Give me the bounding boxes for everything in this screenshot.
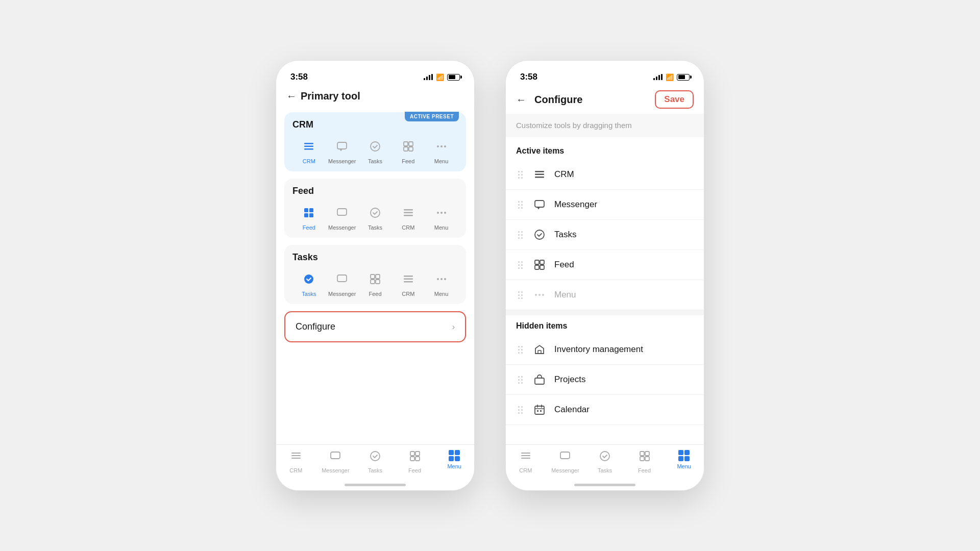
right-signal-icon bbox=[653, 74, 663, 80]
tasks-feed-icon bbox=[366, 270, 384, 288]
svg-rect-60 bbox=[537, 410, 538, 412]
svg-rect-37 bbox=[291, 455, 301, 456]
right-header-left: ← Configure bbox=[516, 94, 582, 106]
svg-rect-59 bbox=[535, 406, 544, 414]
svg-point-11 bbox=[444, 145, 446, 147]
svg-rect-61 bbox=[540, 410, 542, 412]
feed-tool-feed[interactable]: Feed bbox=[295, 204, 323, 231]
list-item-tasks[interactable]: Tasks bbox=[506, 220, 704, 250]
feed-card[interactable]: Feed Feed bbox=[284, 179, 466, 238]
svg-point-21 bbox=[437, 212, 439, 214]
list-projects-icon bbox=[532, 372, 547, 387]
left-tab-messenger[interactable]: Messenger bbox=[316, 450, 356, 473]
svg-point-66 bbox=[600, 452, 609, 461]
left-tab-crm-label: CRM bbox=[289, 467, 302, 473]
save-button[interactable]: Save bbox=[655, 90, 694, 109]
right-battery-icon bbox=[677, 74, 690, 81]
svg-point-55 bbox=[538, 294, 541, 296]
list-tasks-label: Tasks bbox=[554, 230, 694, 240]
svg-point-4 bbox=[371, 142, 380, 151]
right-back-arrow-icon[interactable]: ← bbox=[516, 94, 526, 106]
list-item-inventory[interactable]: Inventory management bbox=[506, 335, 704, 365]
svg-rect-5 bbox=[404, 142, 408, 146]
left-phone: 3:58 📶 ← Primary tool bbox=[276, 60, 475, 491]
svg-point-33 bbox=[437, 278, 439, 280]
right-tab-feed[interactable]: Feed bbox=[625, 450, 665, 473]
tool-feed[interactable]: Feed bbox=[394, 137, 422, 164]
left-tab-messenger-icon bbox=[329, 450, 341, 465]
svg-rect-15 bbox=[309, 213, 313, 217]
svg-rect-30 bbox=[404, 276, 413, 277]
feed-tool-menu[interactable]: Menu bbox=[427, 204, 455, 231]
right-tab-crm[interactable]: CRM bbox=[506, 450, 546, 473]
list-item-projects[interactable]: Projects bbox=[506, 365, 704, 395]
tool-tasks[interactable]: Tasks bbox=[361, 137, 389, 164]
right-tab-tasks-label: Tasks bbox=[598, 467, 612, 473]
left-tab-tasks-icon bbox=[369, 450, 381, 465]
left-status-time: 3:58 bbox=[290, 72, 308, 82]
feed-feed-icon bbox=[300, 204, 318, 222]
feed-tool-messenger[interactable]: Messenger bbox=[328, 204, 356, 231]
svg-rect-68 bbox=[640, 457, 644, 461]
svg-point-10 bbox=[440, 145, 443, 147]
tasks-tool-menu[interactable]: Menu bbox=[427, 270, 455, 297]
tasks-tasks-icon bbox=[300, 270, 318, 288]
list-item-menu[interactable]: Menu bbox=[506, 280, 704, 310]
right-phone: 3:58 📶 ← Configure Save bbox=[505, 60, 704, 491]
svg-rect-6 bbox=[404, 147, 408, 151]
tasks-tools-row: Tasks Messenger bbox=[292, 270, 458, 297]
svg-point-22 bbox=[440, 212, 443, 214]
right-tab-crm-icon bbox=[520, 450, 532, 465]
drag-handle-menu bbox=[516, 290, 525, 300]
svg-rect-46 bbox=[535, 174, 544, 176]
svg-point-35 bbox=[444, 278, 446, 280]
tool-menu[interactable]: Menu bbox=[427, 137, 455, 164]
right-tab-menu[interactable]: Menu bbox=[664, 450, 704, 469]
left-tab-crm[interactable]: CRM bbox=[276, 450, 316, 473]
tasks-crm-label: CRM bbox=[402, 291, 414, 297]
drag-handle-messenger bbox=[516, 200, 525, 210]
tool-tasks-label: Tasks bbox=[368, 158, 382, 164]
list-item-crm[interactable]: CRM bbox=[506, 160, 704, 190]
list-item-feed[interactable]: Feed bbox=[506, 250, 704, 280]
svg-rect-43 bbox=[415, 452, 420, 456]
active-preset-badge: ACTIVE PRESET bbox=[405, 112, 459, 121]
list-tasks-icon bbox=[532, 227, 547, 242]
left-status-icons: 📶 bbox=[424, 73, 460, 81]
svg-rect-1 bbox=[304, 146, 313, 147]
svg-rect-13 bbox=[304, 213, 308, 217]
list-item-messenger[interactable]: Messenger bbox=[506, 190, 704, 220]
list-item-calendar[interactable]: Calendar bbox=[506, 395, 704, 425]
right-content: Customize tools by dragging them Active … bbox=[506, 114, 704, 473]
left-tab-menu-icon bbox=[449, 450, 460, 461]
back-arrow-icon[interactable]: ← bbox=[286, 90, 297, 102]
feed-messenger-label: Messenger bbox=[328, 224, 356, 231]
left-content: ACTIVE PRESET CRM CRM bbox=[276, 107, 474, 466]
tool-messenger[interactable]: Messenger bbox=[328, 137, 356, 164]
svg-rect-51 bbox=[535, 265, 539, 269]
right-tab-menu-label: Menu bbox=[677, 463, 691, 469]
tasks-messenger-label: Messenger bbox=[328, 291, 356, 297]
feed-tool-tasks[interactable]: Tasks bbox=[361, 204, 389, 231]
left-tab-menu-label: Menu bbox=[447, 463, 461, 469]
feed-crm-icon bbox=[399, 204, 418, 222]
tool-crm[interactable]: CRM bbox=[295, 137, 323, 164]
right-status-icons: 📶 bbox=[653, 73, 690, 81]
svg-rect-36 bbox=[291, 453, 301, 454]
feed-tool-crm[interactable]: CRM bbox=[394, 204, 422, 231]
svg-point-34 bbox=[440, 278, 443, 280]
configure-button[interactable]: Configure › bbox=[284, 311, 466, 342]
tasks-tool-feed[interactable]: Feed bbox=[361, 270, 389, 297]
tasks-tool-crm[interactable]: CRM bbox=[394, 270, 422, 297]
right-tab-messenger[interactable]: Messenger bbox=[546, 450, 585, 473]
left-tab-tasks[interactable]: Tasks bbox=[355, 450, 395, 473]
left-tab-menu[interactable]: Menu bbox=[434, 450, 474, 469]
right-tab-tasks[interactable]: Tasks bbox=[585, 450, 625, 473]
tasks-tool-messenger[interactable]: Messenger bbox=[328, 270, 356, 297]
tasks-card[interactable]: Tasks Tasks bbox=[284, 245, 466, 304]
crm-preset-card[interactable]: ACTIVE PRESET CRM CRM bbox=[284, 112, 466, 171]
hint-text: Customize tools by dragging them bbox=[516, 121, 632, 130]
list-inventory-icon bbox=[532, 342, 547, 357]
tasks-tool-tasks[interactable]: Tasks bbox=[295, 270, 323, 297]
left-tab-feed[interactable]: Feed bbox=[395, 450, 435, 473]
